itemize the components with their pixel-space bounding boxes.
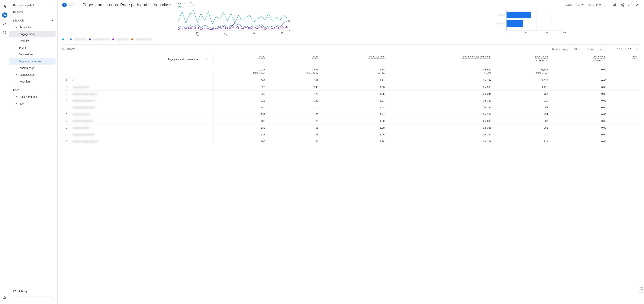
sidebar-life-cycle[interactable]: Life cycle	[10, 17, 58, 24]
sidebar-life-cycle-label: Life cycle	[13, 19, 24, 22]
table-controls: Rows per page: 10 Go to: 1-10 of 1552	[62, 44, 640, 53]
table-row[interactable]: 8redacted-path8132961.380m 32s3820.00	[62, 124, 640, 131]
chevron-up-icon	[52, 20, 54, 22]
line-chart-legend: / legend-item legend-item-text legend-it…	[62, 38, 408, 41]
table-row[interactable]: 6redacted-path-6139981.420m 20s4540.00	[62, 111, 640, 118]
sidebar-engagement[interactable]: Engagement	[10, 31, 56, 38]
goto-input[interactable]	[597, 48, 605, 50]
add-dimension-button[interactable]: +	[205, 57, 209, 61]
col-views-per-user[interactable]: Views per user	[368, 55, 385, 58]
prev-page-button[interactable]	[608, 46, 613, 52]
table-row[interactable]: 3redacted-longer-path-32321721.350m 24s7…	[62, 90, 640, 98]
home-icon[interactable]	[2, 4, 7, 9]
svg-text:16: 16	[281, 32, 283, 34]
svg-rect-26	[506, 20, 523, 27]
segment-chip-all-users[interactable]: A	[62, 3, 67, 7]
date-range-picker[interactable]: Jun 20 - Jul 17, 2023	[576, 4, 606, 6]
chevron-right-icon	[16, 26, 18, 28]
explore-icon[interactable]	[2, 21, 7, 26]
sort-arrow-icon[interactable]: ↓	[256, 55, 258, 58]
insights-icon[interactable]	[628, 3, 632, 7]
settings-icon[interactable]	[2, 295, 7, 300]
sidebar-engagement-events[interactable]: Events	[10, 44, 58, 51]
chevron-right-icon	[16, 103, 18, 104]
topbar: A + Pages and screens: Page path and scr…	[58, 0, 644, 10]
conversions-filter[interactable]: All events	[593, 59, 606, 62]
chevron-right-icon	[16, 96, 18, 98]
table-row[interactable]: 7redacted-pathitem-7138861.600m 36s2880.…	[62, 118, 640, 124]
folder-icon	[13, 290, 16, 293]
svg-text:20: 20	[288, 20, 290, 22]
sidebar-retention[interactable]: Retention	[10, 78, 58, 85]
sidebar-user[interactable]: User	[10, 87, 58, 94]
svg-text:600: 600	[564, 32, 566, 34]
table-row[interactable]: 1/5683321.710m 14s1,6360.00	[62, 77, 640, 84]
table-row[interactable]: 2redacted-path-23222431.330m 30s1,1110.0…	[62, 84, 640, 90]
reports-icon[interactable]	[2, 12, 7, 18]
next-page-button[interactable]	[634, 46, 640, 52]
search-icon	[62, 48, 65, 50]
line-chart: 20 0 25 Jun 02 Jul 09	[62, 10, 408, 41]
sidebar-user-label: User	[13, 88, 19, 92]
data-table: Page path and screen class + ↓Views User…	[62, 53, 640, 145]
check-icon: ✓	[178, 3, 181, 7]
table-row[interactable]: 5redacted-path-item51461141.280m 18s4940…	[62, 104, 640, 111]
col-conversions[interactable]: Conversions	[592, 55, 606, 58]
legend-item-1: /	[67, 38, 67, 41]
chevron-up-icon	[52, 89, 54, 91]
svg-text:Jul: Jul	[224, 34, 227, 36]
edit-icon[interactable]	[635, 3, 640, 7]
table-row[interactable]: 9redacted-path-item9123981.260m 22s4300.…	[62, 131, 640, 138]
svg-text:0: 0	[289, 30, 290, 32]
feedback-icon	[640, 287, 643, 291]
chevron-left-icon	[52, 298, 55, 301]
svg-rect-4	[614, 5, 614, 6]
table-row[interactable]: 4redacted-path-item-42181591.370m 32s719…	[62, 98, 640, 104]
sidebar-acquisition[interactable]: Acquisition	[10, 24, 58, 31]
customize-report-icon[interactable]	[613, 3, 617, 7]
search-input[interactable]	[67, 48, 105, 50]
sidebar: Reports snapshot Realtime Life cycle Acq…	[10, 0, 58, 304]
event-count-filter[interactable]: All events	[535, 59, 548, 62]
share-icon[interactable]	[620, 3, 624, 7]
chevron-down-icon	[182, 4, 184, 6]
svg-text:redacted-2: redacted-2	[496, 22, 506, 24]
col-event-count[interactable]: Event count	[535, 55, 548, 58]
table-row[interactable]: 10redacted-longer-path10107861.240m 26s2…	[62, 138, 640, 145]
dimension-header[interactable]: Page path and screen class	[168, 58, 198, 61]
status-chip[interactable]: ✓	[176, 2, 186, 8]
add-comparison-button[interactable]: +	[69, 2, 74, 7]
sidebar-library[interactable]: Library	[10, 287, 58, 296]
collapse-sidebar-button[interactable]	[51, 296, 57, 302]
svg-point-9	[623, 6, 624, 6]
sidebar-engagement-conversions[interactable]: Conversions	[10, 51, 58, 58]
svg-text:Jun: Jun	[196, 34, 199, 36]
sidebar-realtime[interactable]: Realtime	[10, 9, 58, 16]
sidebar-reports-snapshot[interactable]: Reports snapshot	[10, 2, 58, 9]
col-avg-engagement[interactable]: Average engagement time	[462, 55, 491, 58]
sidebar-engagement-pages-screens[interactable]: Pages and screens	[10, 58, 56, 64]
main-content: A + Pages and screens: Page path and scr…	[58, 0, 644, 304]
col-users[interactable]: Users	[312, 55, 318, 58]
svg-text:400: 400	[544, 32, 548, 34]
advertising-icon[interactable]	[2, 30, 7, 35]
col-total[interactable]: Total	[632, 55, 637, 58]
feedback-tab[interactable]	[639, 285, 644, 293]
pager-range: 1-10 of 1552	[617, 48, 631, 50]
sidebar-engagement-overview[interactable]: Overview	[10, 38, 58, 44]
col-views[interactable]: Views	[258, 55, 265, 58]
chevron-down-icon[interactable]	[200, 58, 202, 60]
add-filter-button[interactable]: +	[189, 2, 194, 7]
sidebar-tech[interactable]: Tech	[10, 100, 58, 107]
chevron-right-icon	[16, 74, 18, 76]
chevron-down-icon	[16, 33, 18, 35]
goto-label: Go to:	[587, 48, 593, 50]
svg-point-3	[4, 32, 5, 33]
svg-point-1	[6, 23, 6, 23]
sidebar-user-attributes[interactable]: User Attributes	[10, 94, 58, 100]
svg-point-0	[3, 24, 4, 25]
sidebar-monetization[interactable]: Monetization	[10, 72, 58, 78]
svg-point-7	[623, 4, 624, 4]
rows-per-page-select[interactable]: 10	[573, 47, 583, 51]
sidebar-engagement-landing-page[interactable]: Landing page	[10, 64, 58, 72]
